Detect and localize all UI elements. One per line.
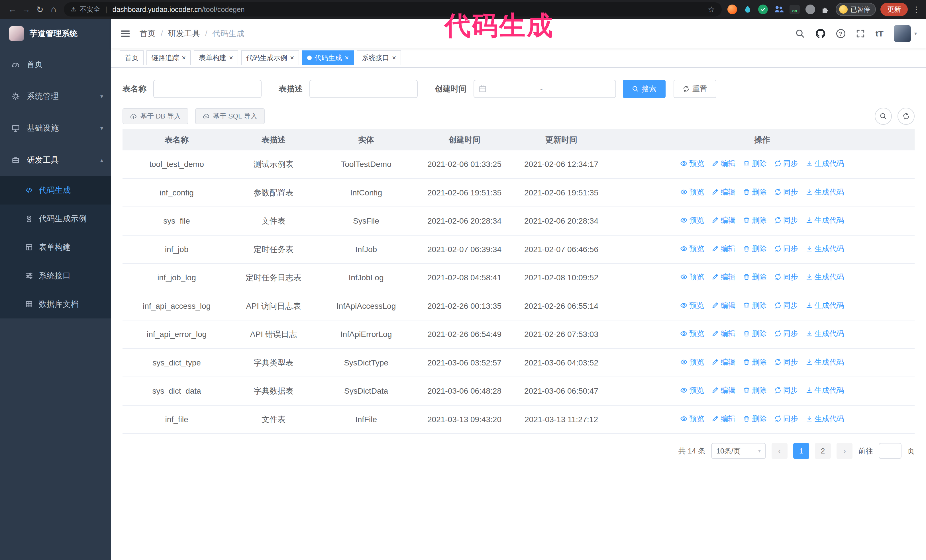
preview-link[interactable]: 预览 — [680, 356, 704, 368]
hamburger-icon[interactable] — [120, 29, 130, 39]
refresh-table-button[interactable] — [897, 108, 915, 125]
generate-code-link[interactable]: 生成代码 — [805, 413, 844, 424]
prev-page-button[interactable]: ‹ — [772, 443, 788, 459]
preview-link[interactable]: 预览 — [680, 214, 704, 226]
preview-link[interactable]: 预览 — [680, 186, 704, 198]
preview-link[interactable]: 预览 — [680, 271, 704, 282]
next-page-button[interactable]: › — [837, 443, 852, 459]
edit-link[interactable]: 编辑 — [711, 271, 735, 282]
font-size-icon[interactable]: tT — [876, 29, 884, 38]
breadcrumb-home[interactable]: 首页 — [139, 28, 156, 39]
tab-codegen[interactable]: 代码生成× — [302, 50, 354, 65]
sync-link[interactable]: 同步 — [774, 300, 798, 311]
delete-link[interactable]: 删除 — [743, 328, 767, 339]
edit-link[interactable]: 编辑 — [711, 186, 735, 198]
delete-link[interactable]: 删除 — [743, 271, 767, 282]
generate-code-link[interactable]: 生成代码 — [805, 243, 844, 254]
preview-link[interactable]: 预览 — [680, 413, 704, 424]
sync-link[interactable]: 同步 — [774, 356, 798, 368]
delete-link[interactable]: 删除 — [743, 413, 767, 424]
end-date-input[interactable] — [545, 85, 594, 94]
reload-icon[interactable]: ↻ — [33, 5, 47, 15]
sync-link[interactable]: 同步 — [774, 214, 798, 226]
sync-link[interactable]: 同步 — [774, 158, 798, 169]
profile-paused-badge[interactable]: 已暂停 — [836, 3, 876, 16]
table-name-input[interactable] — [153, 80, 262, 98]
edit-link[interactable]: 编辑 — [711, 413, 735, 424]
extension-icon[interactable]: on — [790, 5, 800, 14]
close-tab-icon[interactable]: × — [290, 54, 294, 61]
tab-api[interactable]: 系统接口× — [357, 50, 401, 65]
delete-link[interactable]: 删除 — [743, 158, 767, 169]
reset-button[interactable]: 重置 — [673, 80, 716, 98]
close-tab-icon[interactable]: × — [229, 54, 233, 61]
generate-code-link[interactable]: 生成代码 — [805, 271, 844, 282]
breadcrumb-devtools[interactable]: 研发工具 — [168, 28, 200, 39]
sync-link[interactable]: 同步 — [774, 413, 798, 424]
search-icon[interactable] — [795, 29, 805, 38]
sidebar-item-codegen-demo[interactable]: 代码生成示例 — [0, 205, 111, 233]
delete-link[interactable]: 删除 — [743, 214, 767, 226]
delete-link[interactable]: 删除 — [743, 356, 767, 368]
table-desc-input[interactable] — [309, 80, 418, 98]
page-size-select[interactable]: 10条/页 ▾ — [711, 443, 766, 459]
bookmark-star-icon[interactable]: ☆ — [708, 5, 715, 14]
sidebar-item-api[interactable]: 系统接口 — [0, 261, 111, 290]
edit-link[interactable]: 编辑 — [711, 214, 735, 226]
generate-code-link[interactable]: 生成代码 — [805, 356, 844, 368]
close-tab-icon[interactable]: × — [392, 54, 396, 61]
generate-code-link[interactable]: 生成代码 — [805, 158, 844, 169]
sync-link[interactable]: 同步 — [774, 271, 798, 282]
edit-link[interactable]: 编辑 — [711, 356, 735, 368]
sidebar-item-home[interactable]: 首页 — [0, 48, 111, 80]
close-tab-icon[interactable]: × — [182, 54, 186, 61]
close-tab-icon[interactable]: × — [345, 54, 349, 61]
browser-update-button[interactable]: 更新 — [881, 3, 908, 16]
generate-code-link[interactable]: 生成代码 — [805, 214, 844, 226]
sidebar-item-system[interactable]: 系统管理 ▾ — [0, 80, 111, 112]
extension-icon[interactable] — [773, 4, 784, 15]
delete-link[interactable]: 删除 — [743, 385, 767, 396]
generate-code-link[interactable]: 生成代码 — [805, 300, 844, 311]
generate-code-link[interactable]: 生成代码 — [805, 186, 844, 198]
preview-link[interactable]: 预览 — [680, 385, 704, 396]
edit-link[interactable]: 编辑 — [711, 158, 735, 169]
goto-page-input[interactable] — [879, 443, 902, 459]
edit-link[interactable]: 编辑 — [711, 243, 735, 254]
sidebar-item-devtools[interactable]: 研发工具 ▴ — [0, 144, 111, 176]
sidebar-item-codegen[interactable]: 代码生成 — [0, 176, 111, 205]
preview-link[interactable]: 预览 — [680, 328, 704, 339]
app-logo[interactable]: 芋道管理系统 — [0, 19, 111, 48]
tab-tracer[interactable]: 链路追踪× — [147, 50, 191, 65]
edit-link[interactable]: 编辑 — [711, 328, 735, 339]
edit-link[interactable]: 编辑 — [711, 300, 735, 311]
page-button-2[interactable]: 2 — [815, 443, 831, 459]
import-db-button[interactable]: 基于 DB 导入 — [123, 108, 188, 124]
import-sql-button[interactable]: 基于 SQL 导入 — [195, 108, 265, 124]
search-button[interactable]: 搜索 — [623, 80, 666, 98]
date-range-picker[interactable]: - — [474, 80, 616, 98]
browser-menu-icon[interactable]: ⋮ — [912, 5, 920, 14]
user-menu[interactable]: ▾ — [894, 25, 917, 42]
delete-link[interactable]: 删除 — [743, 186, 767, 198]
delete-link[interactable]: 删除 — [743, 243, 767, 254]
extension-icon[interactable] — [743, 5, 752, 14]
preview-link[interactable]: 预览 — [680, 300, 704, 311]
tab-codegen-demo[interactable]: 代码生成示例× — [241, 50, 299, 65]
sidebar-item-db-doc[interactable]: 数据库文档 — [0, 290, 111, 318]
page-button-1[interactable]: 1 — [793, 443, 809, 459]
tab-home[interactable]: 首页 — [120, 50, 144, 65]
extensions-puzzle-icon[interactable] — [821, 5, 830, 14]
fullscreen-icon[interactable] — [856, 29, 865, 38]
tab-form-builder[interactable]: 表单构建× — [194, 50, 238, 65]
sidebar-item-infra[interactable]: 基础设施 ▾ — [0, 112, 111, 144]
sync-link[interactable]: 同步 — [774, 243, 798, 254]
start-date-input[interactable] — [489, 85, 538, 94]
github-icon[interactable] — [815, 28, 826, 39]
preview-link[interactable]: 预览 — [680, 243, 704, 254]
sync-link[interactable]: 同步 — [774, 328, 798, 339]
edit-link[interactable]: 编辑 — [711, 385, 735, 396]
generate-code-link[interactable]: 生成代码 — [805, 328, 844, 339]
extension-icon[interactable] — [758, 5, 768, 14]
delete-link[interactable]: 删除 — [743, 300, 767, 311]
